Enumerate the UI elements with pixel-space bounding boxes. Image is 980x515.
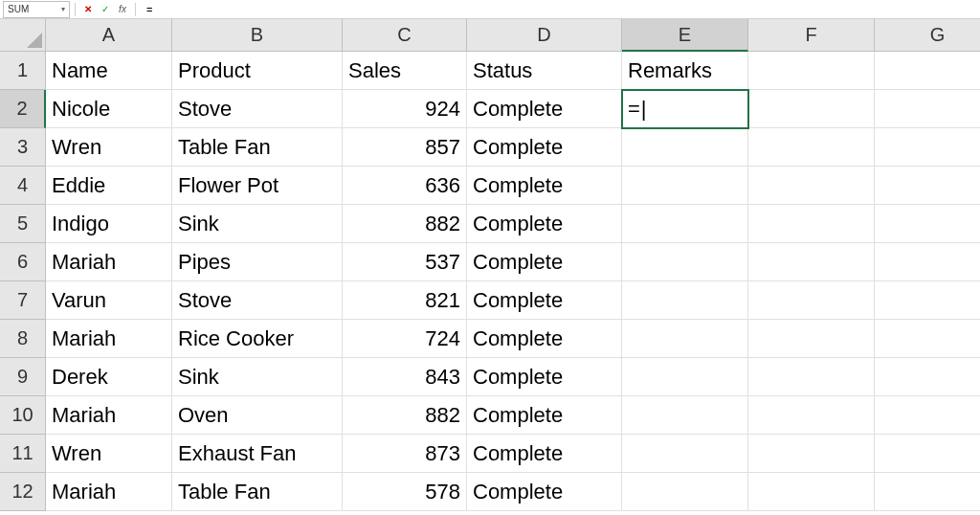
cell-G7[interactable] (875, 281, 980, 320)
cell-D12[interactable]: Complete (467, 473, 622, 511)
cell-B2[interactable]: Stove (172, 90, 343, 128)
cell-A2[interactable]: Nicole (46, 90, 172, 128)
cell-F1[interactable] (748, 52, 875, 90)
cell-G11[interactable] (875, 435, 980, 473)
row-header-9[interactable]: 9 (0, 358, 46, 396)
cell-E4[interactable] (622, 167, 748, 205)
col-header-G[interactable]: G (875, 19, 980, 52)
cell-A4[interactable]: Eddie (46, 167, 172, 205)
cell-A10[interactable]: Mariah (46, 396, 172, 435)
cell-B1[interactable]: Product (172, 52, 343, 90)
cell-D10[interactable]: Complete (467, 396, 622, 435)
cell-B7[interactable]: Stove (172, 281, 343, 320)
cell-D11[interactable]: Complete (467, 435, 622, 473)
col-header-F[interactable]: F (748, 19, 875, 52)
col-header-B[interactable]: B (172, 19, 343, 52)
cell-C3[interactable]: 857 (343, 128, 467, 167)
cell-C9[interactable]: 843 (343, 358, 467, 396)
cell-D1[interactable]: Status (467, 52, 622, 90)
cell-F2[interactable] (748, 90, 875, 128)
col-header-A[interactable]: A (46, 19, 172, 52)
cell-F12[interactable] (748, 473, 875, 511)
row-header-4[interactable]: 4 (0, 167, 46, 205)
col-header-C[interactable]: C (343, 19, 467, 52)
cell-A5[interactable]: Indigo (46, 205, 172, 243)
cell-F8[interactable] (748, 320, 875, 358)
cell-B4[interactable]: Flower Pot (172, 167, 343, 205)
cell-G9[interactable] (875, 358, 980, 396)
cell-A6[interactable]: Mariah (46, 243, 172, 281)
cell-B6[interactable]: Pipes (172, 243, 343, 281)
formula-input[interactable]: = (141, 1, 980, 18)
cell-G8[interactable] (875, 320, 980, 358)
cell-G10[interactable] (875, 396, 980, 435)
cell-E5[interactable] (622, 205, 748, 243)
cell-D8[interactable]: Complete (467, 320, 622, 358)
cell-C11[interactable]: 873 (343, 435, 467, 473)
cell-G2[interactable] (875, 90, 980, 128)
row-header-10[interactable]: 10 (0, 396, 46, 435)
row-header-1[interactable]: 1 (0, 52, 46, 90)
row-header-8[interactable]: 8 (0, 320, 46, 358)
cell-D3[interactable]: Complete (467, 128, 622, 167)
name-box[interactable]: SUM ▾ (3, 1, 70, 18)
cell-F11[interactable] (748, 435, 875, 473)
cell-A11[interactable]: Wren (46, 435, 172, 473)
cell-F9[interactable] (748, 358, 875, 396)
row-header-12[interactable]: 12 (0, 473, 46, 511)
cell-C4[interactable]: 636 (343, 167, 467, 205)
cell-B12[interactable]: Table Fan (172, 473, 343, 511)
cell-C2[interactable]: 924 (343, 90, 467, 128)
cell-G3[interactable] (875, 128, 980, 167)
cell-C1[interactable]: Sales (343, 52, 467, 90)
cell-E9[interactable] (622, 358, 748, 396)
cell-B9[interactable]: Sink (172, 358, 343, 396)
row-header-6[interactable]: 6 (0, 243, 46, 281)
row-header-3[interactable]: 3 (0, 128, 46, 167)
cell-B3[interactable]: Table Fan (172, 128, 343, 167)
cell-B10[interactable]: Oven (172, 396, 343, 435)
cancel-icon[interactable]: ✕ (82, 4, 94, 14)
cell-F6[interactable] (748, 243, 875, 281)
cell-D4[interactable]: Complete (467, 167, 622, 205)
cell-C12[interactable]: 578 (343, 473, 467, 511)
cell-C8[interactable]: 724 (343, 320, 467, 358)
cell-G1[interactable] (875, 52, 980, 90)
cell-D9[interactable]: Complete (467, 358, 622, 396)
cell-E10[interactable] (622, 396, 748, 435)
cell-B8[interactable]: Rice Cooker (172, 320, 343, 358)
cell-B5[interactable]: Sink (172, 205, 343, 243)
col-header-D[interactable]: D (467, 19, 622, 52)
cell-G5[interactable] (875, 205, 980, 243)
cell-C10[interactable]: 882 (343, 396, 467, 435)
cell-F5[interactable] (748, 205, 875, 243)
row-header-7[interactable]: 7 (0, 281, 46, 320)
cell-E2-active[interactable]: = (622, 90, 748, 128)
cell-E11[interactable] (622, 435, 748, 473)
cell-C6[interactable]: 537 (343, 243, 467, 281)
cell-G12[interactable] (875, 473, 980, 511)
fx-icon[interactable]: fx (117, 4, 128, 14)
cell-A7[interactable]: Varun (46, 281, 172, 320)
cell-A8[interactable]: Mariah (46, 320, 172, 358)
row-header-11[interactable]: 11 (0, 435, 46, 473)
cell-E12[interactable] (622, 473, 748, 511)
select-all-corner[interactable] (0, 19, 46, 52)
cell-C7[interactable]: 821 (343, 281, 467, 320)
cell-A3[interactable]: Wren (46, 128, 172, 167)
cell-A1[interactable]: Name (46, 52, 172, 90)
cell-F7[interactable] (748, 281, 875, 320)
cell-B11[interactable]: Exhaust Fan (172, 435, 343, 473)
cell-D2[interactable]: Complete (467, 90, 622, 128)
row-header-2[interactable]: 2 (0, 90, 46, 128)
cell-D5[interactable]: Complete (467, 205, 622, 243)
cell-F10[interactable] (748, 396, 875, 435)
col-header-E[interactable]: E (622, 19, 748, 52)
cell-E6[interactable] (622, 243, 748, 281)
cell-G4[interactable] (875, 167, 980, 205)
row-header-5[interactable]: 5 (0, 205, 46, 243)
cell-F4[interactable] (748, 167, 875, 205)
cell-A9[interactable]: Derek (46, 358, 172, 396)
cell-E3[interactable] (622, 128, 748, 167)
cell-E1[interactable]: Remarks (622, 52, 748, 90)
